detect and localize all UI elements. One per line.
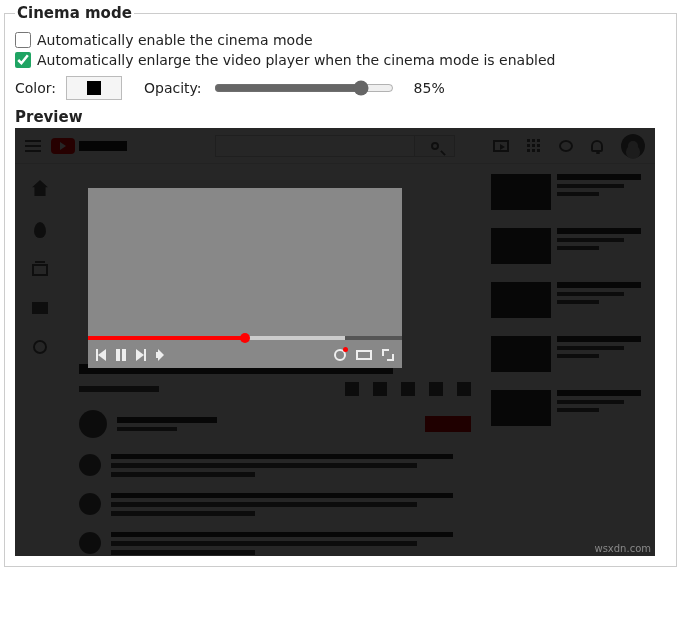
comment-avatar-icon [79, 493, 101, 515]
opacity-slider[interactable] [214, 80, 394, 96]
under-video [79, 364, 471, 555]
auto-enable-label[interactable]: Automatically enable the cinema mode [37, 32, 313, 48]
section-title: Cinema mode [15, 4, 134, 22]
comment-avatar-icon [79, 532, 101, 554]
apps-grid-icon [527, 139, 541, 153]
related-item [491, 174, 641, 210]
more-icon [457, 382, 471, 396]
auto-enlarge-label[interactable]: Automatically enlarge the video player w… [37, 52, 555, 68]
appearance-controls-row: Color: Opacity: 85% [15, 76, 666, 100]
volume-icon [156, 349, 170, 361]
comment-row [79, 532, 471, 555]
progress-played [88, 336, 245, 340]
opacity-value: 85% [414, 80, 445, 96]
search-button [415, 135, 455, 157]
auto-enable-row: Automatically enable the cinema mode [15, 32, 666, 48]
color-label: Color: [15, 80, 56, 96]
notifications-bell-icon [591, 140, 603, 152]
search-input [215, 135, 415, 157]
masthead [15, 128, 655, 164]
like-icon [345, 382, 359, 396]
auto-enlarge-row: Automatically enlarge the video player w… [15, 52, 666, 68]
search-box [215, 135, 455, 157]
progress-bar [88, 336, 402, 340]
channel-name-skel [117, 417, 217, 423]
subscriber-count-skel [117, 427, 177, 431]
comment-row [79, 493, 471, 516]
view-count-skel [79, 386, 159, 392]
player-controls [88, 342, 402, 368]
trending-icon [34, 222, 46, 238]
progress-buffered [245, 336, 345, 340]
watermark: wsxdn.com [594, 543, 651, 554]
youtube-logo [51, 138, 127, 154]
related-item [491, 228, 641, 264]
library-icon [32, 302, 48, 314]
settings-icon [334, 349, 346, 361]
fullscreen-icon [382, 349, 394, 361]
settings-badge [343, 347, 348, 352]
subscribe-button [425, 416, 471, 432]
previous-icon [96, 349, 106, 361]
youtube-wordmark [79, 141, 127, 151]
youtube-play-icon [51, 138, 75, 154]
hamburger-icon [25, 140, 41, 152]
dislike-icon [373, 382, 387, 396]
messages-icon [559, 140, 573, 152]
history-icon [33, 340, 47, 354]
masthead-right-icons [493, 134, 645, 158]
channel-row [79, 410, 471, 438]
home-icon [32, 180, 48, 196]
next-icon [136, 349, 146, 361]
color-picker[interactable] [66, 76, 122, 100]
related-column [491, 174, 641, 546]
opacity-label: Opacity: [144, 80, 202, 96]
channel-avatar-icon [79, 410, 107, 438]
share-icon [401, 382, 415, 396]
search-icon [431, 142, 439, 150]
pause-icon [116, 349, 126, 361]
auto-enable-checkbox[interactable] [15, 32, 31, 48]
video-player [88, 188, 402, 368]
theater-mode-icon [356, 350, 372, 360]
preview-label: Preview [15, 108, 666, 126]
related-item [491, 390, 641, 426]
auto-enlarge-checkbox[interactable] [15, 52, 31, 68]
mock-sidebar [15, 164, 65, 556]
create-icon [493, 140, 509, 152]
preview-area: wsxdn.com [15, 128, 655, 556]
color-swatch [87, 81, 101, 95]
related-item [491, 282, 641, 318]
cinema-mode-section: Cinema mode Automatically enable the cin… [4, 4, 677, 567]
comment-avatar-icon [79, 454, 101, 476]
comment-row [79, 454, 471, 477]
save-icon [429, 382, 443, 396]
subscriptions-icon [32, 264, 48, 276]
related-item [491, 336, 641, 372]
account-avatar-icon [621, 134, 645, 158]
